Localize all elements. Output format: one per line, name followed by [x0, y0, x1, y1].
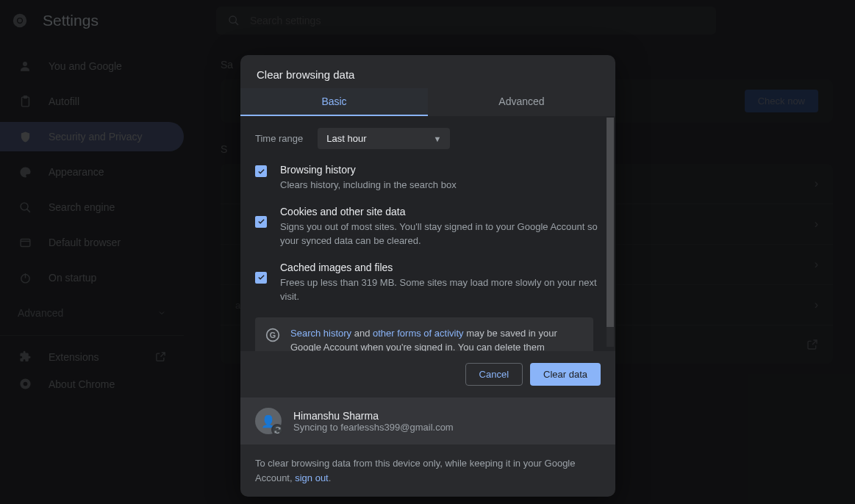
option-desc: Clears history, including in the search … [280, 178, 457, 192]
link-search-history[interactable]: Search history [290, 328, 351, 339]
dialog-footer-text: To clear browsing data from this device … [240, 444, 615, 497]
info-text: Search history and other forms of activi… [290, 326, 583, 352]
option-desc: Frees up less than 319 MB. Some sites ma… [280, 276, 601, 304]
scrollbar[interactable] [607, 118, 614, 347]
profile-band: 👤 Himanshu Sharma Syncing to fearlesshs3… [240, 397, 615, 444]
option-title: Cookies and other site data [280, 206, 601, 217]
time-range-value: Last hour [326, 133, 366, 144]
profile-name: Himanshu Sharma [293, 410, 454, 422]
time-range-select[interactable]: Last hour ▼ [318, 128, 450, 149]
dialog-tabs: Basic Advanced [240, 88, 615, 116]
google-icon: G [265, 328, 280, 342]
option-cookies: Cookies and other site data Signs you ou… [255, 206, 601, 248]
option-title: Cached images and files [280, 262, 601, 273]
option-desc: Signs you out of most sites. You'll stay… [280, 220, 601, 248]
clear-browsing-data-dialog: Clear browsing data Basic Advanced Time … [240, 55, 615, 497]
sign-out-link[interactable]: sign out [295, 472, 329, 483]
dialog-body: Time range Last hour ▼ Browsing history … [240, 116, 615, 351]
tab-advanced[interactable]: Advanced [428, 88, 615, 116]
dialog-actions: Cancel Clear data [240, 351, 615, 397]
option-cached: Cached images and files Frees up less th… [255, 262, 601, 304]
avatar: 👤 [255, 408, 282, 434]
cancel-button[interactable]: Cancel [465, 363, 523, 386]
time-range-label: Time range [255, 133, 303, 144]
tab-basic[interactable]: Basic [240, 88, 428, 116]
svg-text:G: G [270, 331, 276, 339]
checkbox-browsing-history[interactable] [255, 165, 267, 177]
sync-badge-icon [271, 424, 283, 436]
option-browsing-history: Browsing history Clears history, includi… [255, 164, 601, 192]
profile-sync-text: Syncing to fearlesshs399@gmail.com [293, 422, 454, 433]
checkbox-cookies[interactable] [255, 216, 267, 228]
clear-data-button[interactable]: Clear data [530, 363, 601, 386]
scrollbar-thumb[interactable] [607, 118, 614, 327]
checkbox-cached[interactable] [255, 272, 267, 284]
chevron-down-icon: ▼ [433, 134, 441, 143]
dialog-title: Clear browsing data [240, 55, 615, 88]
option-title: Browsing history [280, 164, 457, 176]
time-range-row: Time range Last hour ▼ [255, 128, 601, 149]
link-other-activity[interactable]: other forms of activity [373, 328, 464, 339]
google-info-box: G Search history and other forms of acti… [255, 317, 593, 352]
